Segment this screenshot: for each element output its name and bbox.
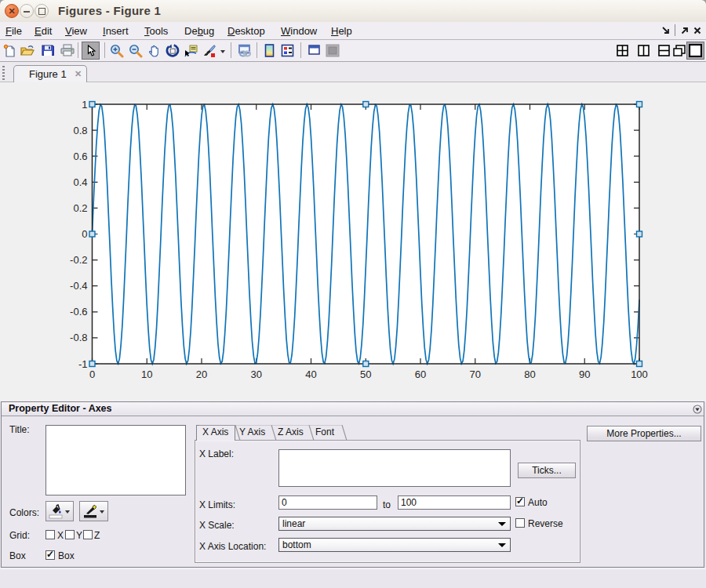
- svg-text:0.8: 0.8: [73, 125, 87, 136]
- svg-text:50: 50: [360, 368, 371, 380]
- svg-text:0.4: 0.4: [73, 176, 87, 188]
- svg-text:90: 90: [579, 368, 590, 380]
- svg-text:0.6: 0.6: [73, 151, 87, 162]
- svg-text:70: 70: [470, 368, 481, 380]
- svg-text:-1: -1: [78, 358, 88, 370]
- svg-text:-0.8: -0.8: [70, 332, 87, 343]
- svg-text:1: 1: [82, 99, 87, 111]
- svg-text:-0.2: -0.2: [70, 254, 87, 266]
- svg-text:40: 40: [305, 368, 316, 380]
- svg-text:100: 100: [631, 368, 648, 380]
- svg-text:10: 10: [141, 368, 152, 380]
- svg-text:80: 80: [524, 368, 535, 380]
- svg-text:0: 0: [89, 368, 95, 380]
- svg-text:20: 20: [196, 368, 207, 380]
- svg-text:60: 60: [415, 368, 426, 380]
- svg-text:-0.4: -0.4: [70, 280, 87, 292]
- svg-text:0.2: 0.2: [73, 202, 87, 214]
- svg-text:0: 0: [82, 228, 87, 240]
- svg-text:-0.6: -0.6: [70, 306, 87, 318]
- svg-text:30: 30: [251, 368, 262, 380]
